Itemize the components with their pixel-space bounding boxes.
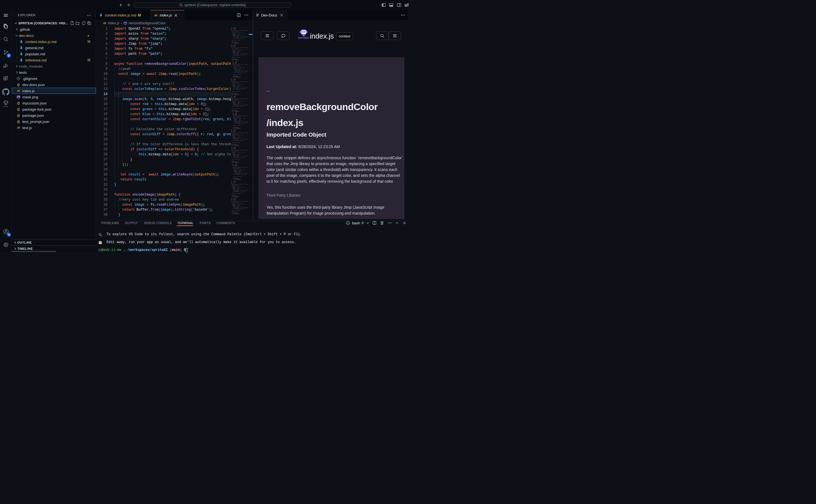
svg-text:Dev-Docs: Dev-Docs xyxy=(298,36,309,39)
svg-text:Dev-Docs: Dev-Docs xyxy=(4,106,8,107)
